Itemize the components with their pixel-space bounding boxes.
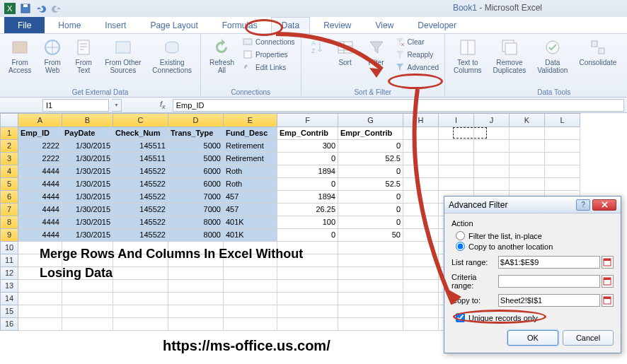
text-to-columns-button[interactable]: Text to Columns [449, 36, 485, 76]
row-header[interactable]: 3 [0, 153, 18, 165]
row-header[interactable]: 1 [0, 127, 18, 140]
cell[interactable]: 2222 [18, 140, 62, 153]
cell[interactable]: 0 [338, 191, 403, 204]
tab-review[interactable]: Review [313, 17, 362, 33]
cell[interactable]: 0 [277, 178, 338, 191]
cell[interactable]: 457 [224, 204, 277, 216]
cell[interactable] [168, 280, 224, 293]
data-validation-button[interactable]: Data Validation [533, 36, 572, 76]
cell[interactable] [224, 293, 277, 305]
cell[interactable]: 5000 [168, 140, 224, 153]
cell[interactable] [18, 280, 62, 293]
cell[interactable]: Retirement [224, 153, 277, 165]
row-header[interactable]: 5 [0, 178, 18, 191]
tab-view[interactable]: View [365, 17, 405, 33]
cell[interactable] [62, 293, 113, 305]
cell[interactable] [62, 318, 113, 331]
cell[interactable] [338, 293, 403, 305]
cell[interactable]: 1/30/2015 [62, 140, 113, 153]
cell[interactable]: 52.5 [338, 178, 403, 191]
sort-az-button[interactable]: AZ [306, 36, 328, 60]
cell[interactable] [62, 280, 113, 293]
cell[interactable]: Fund_Desc [224, 127, 277, 140]
radio-copy-to-another[interactable]: Copy to another location [451, 241, 614, 252]
cell[interactable] [224, 318, 277, 331]
radio-filter-in-place[interactable]: Filter the list, in-place [451, 230, 614, 241]
col-header-K[interactable]: K [510, 113, 545, 127]
cell[interactable] [338, 318, 403, 331]
cell[interactable] [403, 127, 439, 140]
cell[interactable]: 4444 [18, 216, 62, 229]
cell[interactable] [403, 216, 439, 229]
cell[interactable] [545, 165, 580, 178]
from-access-button[interactable]: From Access [4, 36, 35, 76]
row-header[interactable]: 4 [0, 165, 18, 178]
cell[interactable]: 401K [224, 216, 277, 229]
tab-page-layout[interactable]: Page Layout [139, 17, 208, 33]
cell[interactable] [338, 305, 403, 318]
row-header[interactable]: 16 [0, 318, 18, 331]
what-if-button[interactable]: What-If Analysis [623, 36, 627, 76]
cell[interactable]: 145522 [113, 178, 168, 191]
cell[interactable] [439, 140, 474, 153]
undo-icon[interactable] [35, 3, 47, 14]
cell[interactable] [545, 127, 580, 140]
cell[interactable] [62, 305, 113, 318]
tab-developer[interactable]: Developer [407, 17, 467, 33]
save-icon[interactable] [20, 3, 31, 14]
cell[interactable]: Check_Num [113, 127, 168, 140]
cell[interactable]: 52.5 [338, 153, 403, 165]
clear-filter-button[interactable]: Clear [393, 36, 440, 47]
dialog-titlebar[interactable]: Advanced Filter ? [444, 196, 621, 213]
col-header-G[interactable]: G [338, 113, 403, 127]
cell[interactable] [545, 153, 580, 165]
list-range-input[interactable] [498, 256, 600, 269]
from-other-sources-button[interactable]: From Other Sources [100, 36, 145, 76]
cell[interactable]: 100 [277, 216, 338, 229]
cell[interactable] [224, 305, 277, 318]
copy-to-picker-icon[interactable] [602, 294, 614, 307]
advanced-filter-button[interactable]: Advanced [393, 61, 440, 73]
refresh-all-button[interactable]: Refresh All [205, 36, 238, 76]
cell[interactable]: 145522 [113, 191, 168, 204]
reapply-filter-button[interactable]: Reapply [393, 49, 440, 60]
col-header-J[interactable]: J [474, 113, 510, 127]
cell[interactable]: 26.25 [277, 204, 338, 216]
cell[interactable] [338, 242, 403, 254]
cell[interactable]: 6000 [168, 165, 224, 178]
cell[interactable]: 0 [338, 140, 403, 153]
cell[interactable]: 7000 [168, 191, 224, 204]
cell[interactable] [439, 165, 474, 178]
cell[interactable]: 1/30/2015 [62, 165, 113, 178]
copy-to-input[interactable] [498, 294, 600, 307]
cell[interactable]: 1/30/2015 [62, 216, 113, 229]
cell[interactable] [277, 280, 338, 293]
cell[interactable]: 1/30/2015 [62, 191, 113, 204]
cell[interactable]: 50 [338, 229, 403, 242]
cell[interactable] [113, 280, 168, 293]
cell[interactable] [18, 318, 62, 331]
list-range-picker-icon[interactable] [602, 256, 614, 269]
cell[interactable] [510, 153, 545, 165]
cell[interactable] [439, 153, 474, 165]
col-header-F[interactable]: F [277, 113, 338, 127]
cell[interactable]: 145522 [113, 216, 168, 229]
tab-home[interactable]: Home [47, 17, 91, 33]
cell[interactable]: 145511 [113, 140, 168, 153]
cell[interactable] [439, 178, 474, 191]
cell[interactable] [474, 165, 510, 178]
name-box[interactable]: I1 [42, 99, 109, 112]
row-header[interactable]: 2 [0, 140, 18, 153]
cell[interactable] [545, 178, 580, 191]
row-header[interactable]: 10 [0, 242, 18, 254]
cell[interactable]: 6000 [168, 178, 224, 191]
cell[interactable] [338, 267, 403, 280]
cell[interactable] [277, 293, 338, 305]
cell[interactable] [403, 165, 439, 178]
cell[interactable]: PayDate [62, 127, 113, 140]
col-header-L[interactable]: L [545, 113, 580, 127]
col-header-D[interactable]: D [168, 113, 224, 127]
from-web-button[interactable]: From Web [38, 36, 67, 76]
cell[interactable]: Emp_Contrib [277, 127, 338, 140]
edit-links-button[interactable]: Edit Links [241, 61, 297, 73]
